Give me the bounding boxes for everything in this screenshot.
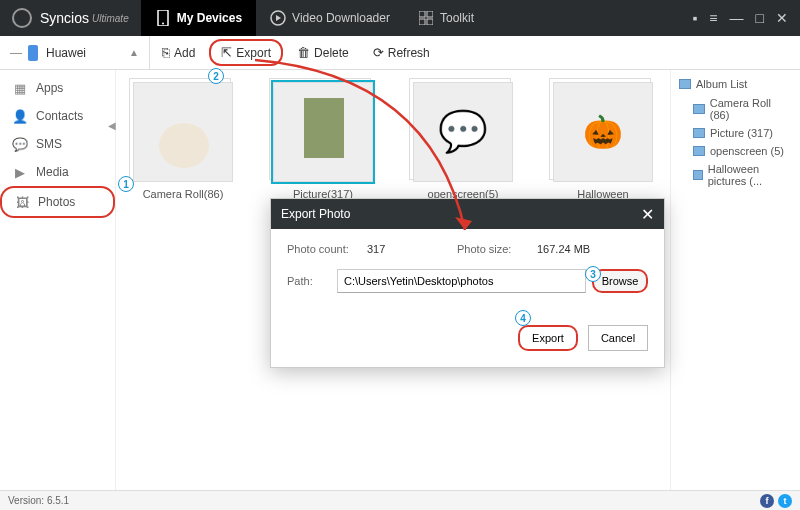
app-edition: Ultimate bbox=[92, 13, 129, 24]
image-icon bbox=[693, 146, 705, 156]
export-button[interactable]: ⇱ Export bbox=[209, 39, 283, 66]
svg-rect-3 bbox=[419, 11, 425, 17]
message-icon[interactable]: ▪ bbox=[692, 10, 697, 26]
sidebar-item-apps[interactable]: ▦ Apps bbox=[0, 74, 115, 102]
image-icon bbox=[693, 170, 703, 180]
sidebar: ▦ Apps 👤 Contacts 💬 SMS ▶ Media 🖼 Photos bbox=[0, 70, 116, 490]
album-halloween[interactable]: Halloween pictures(73) bbox=[548, 82, 658, 212]
nav-video-downloader[interactable]: Video Downloader bbox=[256, 0, 404, 36]
nav-toolkit[interactable]: Toolkit bbox=[404, 0, 488, 36]
svg-rect-4 bbox=[427, 11, 433, 17]
window-controls: ▪ ≡ — □ ✕ bbox=[692, 10, 800, 26]
toolbar: — Huawei ▲ ⎘ Add ⇱ Export 🗑 Delete ⟳ Ref… bbox=[0, 36, 800, 70]
photo-size-value: 167.24 MB bbox=[537, 243, 627, 255]
sidebar-item-photos[interactable]: 🖼 Photos bbox=[0, 186, 115, 218]
status-bar: Version: 6.5.1 f t bbox=[0, 490, 800, 510]
album-caption: Camera Roll(86) bbox=[128, 188, 238, 200]
album-list-item[interactable]: Picture (317) bbox=[679, 124, 792, 142]
maximize-icon[interactable]: □ bbox=[756, 10, 764, 26]
app-logo: Syncios Ultimate bbox=[0, 8, 141, 28]
sidebar-item-label: Apps bbox=[36, 81, 63, 95]
sidebar-item-sms[interactable]: 💬 SMS bbox=[0, 130, 115, 158]
version-label: Version: 6.5.1 bbox=[8, 495, 69, 506]
apps-icon: ▦ bbox=[12, 80, 28, 96]
syncios-logo-icon bbox=[12, 8, 32, 28]
image-icon bbox=[693, 128, 705, 138]
nav-my-devices[interactable]: My Devices bbox=[141, 0, 256, 36]
add-button[interactable]: ⎘ Add bbox=[152, 41, 205, 64]
trash-icon: 🗑 bbox=[297, 45, 310, 60]
album-thumb bbox=[413, 82, 513, 182]
annotation-badge-3: 3 bbox=[585, 266, 601, 282]
sidebar-item-media[interactable]: ▶ Media bbox=[0, 158, 115, 186]
dialog-close-icon[interactable]: ✕ bbox=[641, 205, 654, 224]
device-phone-icon bbox=[28, 45, 38, 61]
album-list-panel: Album List Camera Roll (86) Picture (317… bbox=[670, 70, 800, 490]
btn-label: Export bbox=[236, 46, 271, 60]
sms-icon: 💬 bbox=[12, 136, 28, 152]
refresh-icon: ⟳ bbox=[373, 45, 384, 60]
facebook-icon[interactable]: f bbox=[760, 494, 774, 508]
folder-icon bbox=[679, 79, 691, 89]
chevron-up-icon: ▲ bbox=[129, 47, 139, 58]
btn-label: Refresh bbox=[388, 46, 430, 60]
photos-icon: 🖼 bbox=[14, 194, 30, 210]
title-bar: Syncios Ultimate My Devices Video Downlo… bbox=[0, 0, 800, 36]
album-thumb bbox=[553, 82, 653, 182]
album-list-item[interactable]: openscreen (5) bbox=[679, 142, 792, 160]
device-name: Huawei bbox=[46, 46, 86, 60]
photo-count-label: Photo count: bbox=[287, 243, 367, 255]
btn-label: Delete bbox=[314, 46, 349, 60]
dialog-body: Photo count: 317 Photo size: 167.24 MB P… bbox=[271, 229, 664, 325]
photo-size-label: Photo size: bbox=[457, 243, 537, 255]
btn-label: Add bbox=[174, 46, 195, 60]
delete-button[interactable]: 🗑 Delete bbox=[287, 41, 359, 64]
nav-label: My Devices bbox=[177, 11, 242, 25]
dialog-title: Export Photo bbox=[281, 207, 350, 221]
app-name: Syncios bbox=[40, 10, 89, 26]
album-picture[interactable]: Picture(317) bbox=[268, 82, 378, 200]
sidebar-item-label: Contacts bbox=[36, 109, 83, 123]
nav-label: Toolkit bbox=[440, 11, 474, 25]
minimize-icon[interactable]: — bbox=[730, 10, 744, 26]
menu-icon[interactable]: ≡ bbox=[709, 10, 717, 26]
nav-label: Video Downloader bbox=[292, 11, 390, 25]
export-photo-dialog: Export Photo ✕ Photo count: 317 Photo si… bbox=[270, 198, 665, 368]
twitter-icon[interactable]: t bbox=[778, 494, 792, 508]
refresh-button[interactable]: ⟳ Refresh bbox=[363, 41, 440, 64]
export-icon: ⇱ bbox=[221, 45, 232, 60]
photo-info-row: Photo count: 317 Photo size: 167.24 MB bbox=[287, 243, 648, 255]
sidebar-item-contacts[interactable]: 👤 Contacts bbox=[0, 102, 115, 130]
add-icon: ⎘ bbox=[162, 45, 170, 60]
grid-icon bbox=[418, 10, 434, 26]
annotation-badge-4: 4 bbox=[515, 310, 531, 326]
scroll-left-icon[interactable]: ◀ bbox=[108, 120, 116, 131]
path-label: Path: bbox=[287, 275, 337, 287]
social-links: f t bbox=[760, 494, 792, 508]
album-thumb bbox=[133, 82, 233, 182]
album-thumb bbox=[273, 82, 373, 182]
annotation-badge-1: 1 bbox=[118, 176, 134, 192]
sidebar-item-label: SMS bbox=[36, 137, 62, 151]
svg-rect-6 bbox=[427, 19, 433, 25]
dialog-title-bar: Export Photo ✕ bbox=[271, 199, 664, 229]
album-list-item[interactable]: Halloween pictures (... bbox=[679, 160, 792, 190]
image-icon bbox=[693, 104, 705, 114]
svg-rect-5 bbox=[419, 19, 425, 25]
album-list-item[interactable]: Camera Roll (86) bbox=[679, 94, 792, 124]
play-icon bbox=[270, 10, 286, 26]
close-icon[interactable]: ✕ bbox=[776, 10, 788, 26]
annotation-badge-2: 2 bbox=[208, 68, 224, 84]
modal-cancel-button[interactable]: Cancel bbox=[588, 325, 648, 351]
dialog-footer: Export Cancel bbox=[271, 325, 664, 367]
album-openscreen[interactable]: openscreen(5) bbox=[408, 82, 518, 200]
device-selector[interactable]: — Huawei ▲ bbox=[0, 36, 150, 70]
contacts-icon: 👤 bbox=[12, 108, 28, 124]
photo-count-value: 317 bbox=[367, 243, 457, 255]
modal-export-button[interactable]: Export bbox=[518, 325, 578, 351]
album-camera-roll[interactable]: Camera Roll(86) bbox=[128, 82, 238, 200]
media-icon: ▶ bbox=[12, 164, 28, 180]
sidebar-item-label: Media bbox=[36, 165, 69, 179]
path-input[interactable] bbox=[337, 269, 586, 293]
album-list-title: Album List bbox=[679, 78, 792, 90]
